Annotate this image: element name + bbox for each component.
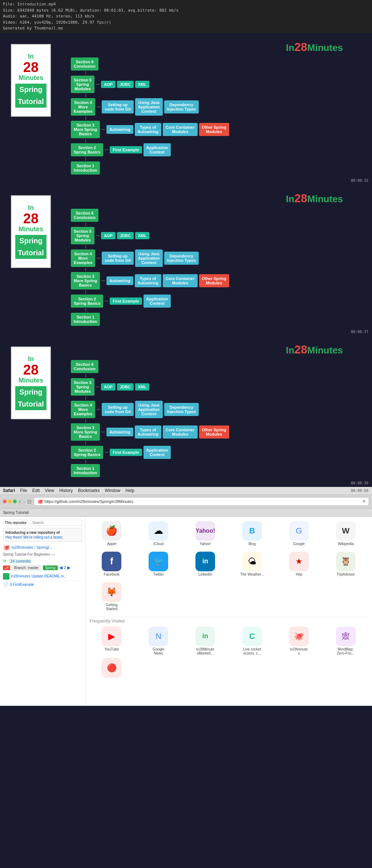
menu-edit[interactable]: Edit — [32, 488, 40, 493]
dep-3: DependencyInjection Types — [164, 403, 199, 416]
icon-icloud[interactable]: ☁ iCloud — [137, 521, 181, 546]
in28github-label: in28minute s — [290, 647, 308, 655]
logo-spring-1: Spring — [15, 84, 46, 96]
icon-apple[interactable]: 🍎 Apple — [90, 521, 134, 546]
icon-twitter[interactable]: 🐦 Twitter — [137, 552, 181, 576]
tutorial-logo-2: In 28 Minutes Spring Tutorial — [11, 195, 51, 268]
menu-help[interactable]: Help — [125, 488, 134, 493]
fv-in28github[interactable]: 🐙 in28minute s — [277, 627, 321, 655]
browser-toolbar: ‹ › ⊡ 🐙 https://github.com/in28minutes/S… — [0, 495, 372, 509]
repo-name[interactable]: in28minutes / SpringI... — [12, 545, 53, 549]
menu-bookmarks[interactable]: Bookmarks — [78, 488, 100, 493]
menu-window[interactable]: Window — [105, 488, 121, 493]
firefox-icon: 🦊 — [102, 582, 121, 602]
java-2: Using JavaApplicationContext — [135, 249, 163, 267]
github-search-input[interactable] — [31, 520, 82, 526]
menu-safari[interactable]: Safari — [3, 488, 15, 493]
icon-tripadvisor[interactable]: 🦉 TripAdvisor — [324, 552, 368, 576]
nav-next[interactable]: ▶ — [67, 565, 70, 570]
apple-label: Apple — [107, 542, 117, 546]
fv-cricket[interactable]: C Live cricket scores, c... — [230, 627, 274, 655]
dot-close[interactable] — [3, 500, 7, 503]
commits-count[interactable]: 24 commits — [8, 559, 33, 564]
twitter-label: Twitter — [153, 572, 164, 576]
mindmap-icon: 🕸 — [336, 627, 356, 646]
fv-youtube[interactable]: ▶ YouTube — [90, 627, 134, 655]
icon-bing[interactable]: B Bing — [230, 521, 274, 546]
nav-tab-list[interactable]: ⊡ — [27, 499, 32, 504]
menu-history[interactable]: History — [59, 488, 73, 493]
repo-desc: Spring Tutorial For Beginners — — [3, 552, 82, 556]
second-icons-grid: f Facebook 🐦 Twitter in LinkedIn 🌤 The W… — [90, 552, 368, 576]
third-icons-row: 🦊 Getting Started — [90, 582, 368, 611]
brand-28-2: 28 — [294, 192, 307, 205]
icon-yelp[interactable]: ★ Yelp — [277, 552, 321, 576]
file-name[interactable]: 0.FirstExample — [10, 583, 34, 587]
auto-2: Autowiring — [106, 276, 133, 285]
spring-badge: Spring — [43, 565, 58, 570]
tag-first-example-1: First Example — [110, 146, 142, 153]
url-text[interactable]: https://github.com/in28minutes/SpringIn2… — [45, 499, 361, 504]
section1-box-1: Section 1Introduction — [71, 161, 100, 175]
fv-mindmap[interactable]: 🕸 MindMap: Zero-Fric... — [324, 627, 368, 655]
flowchart-1: Section 6Conclusion Section 5SpringModul… — [71, 57, 260, 175]
wikipedia-icon: W — [336, 521, 356, 541]
github-repo-header — [3, 520, 82, 526]
nav-back[interactable]: ‹ — [19, 498, 21, 505]
icloud-icon: ☁ — [149, 521, 168, 541]
logo-tutorial-1: Tutorial — [15, 96, 46, 108]
icon-linkedin[interactable]: in LinkedIn — [183, 552, 227, 576]
section2-box-1: Section 2Spring Basics — [71, 143, 103, 156]
icon-weather[interactable]: 🌤 The Weather... — [230, 552, 274, 576]
tag-java-app-1: Using JavaApplicationContext — [135, 98, 163, 116]
commit-text[interactable]: in28minutes Update README.m... — [11, 574, 67, 578]
icon-google[interactable]: G Google — [277, 521, 321, 546]
github-this-repo[interactable] — [3, 520, 28, 526]
in28github-icon: 🐙 — [289, 627, 309, 646]
frequently-visited-header: Frequently Visited — [90, 617, 368, 624]
row-s5-1: Section 5SpringModules AOP JDBC XML — [71, 76, 260, 93]
icon-firefox[interactable]: 🦊 Getting Started — [90, 582, 134, 611]
fv-extra-1[interactable]: 🔴 — [90, 658, 134, 679]
repo-name-row: 🐙 in28minutes / SpringI... — [3, 544, 82, 551]
icon-facebook[interactable]: f Facebook — [90, 552, 134, 576]
s3-2: Section 3More SpringBasics — [71, 272, 100, 289]
s1-2: Section 1Introduction — [71, 313, 100, 326]
dot-maximize[interactable] — [13, 500, 17, 503]
bookmark-spring-tutorial[interactable]: Spring Tutorial — [3, 510, 29, 515]
icon-wikipedia[interactable]: W Wikipedia — [324, 521, 368, 546]
fv-googlenews[interactable]: N Google News — [137, 627, 181, 655]
menu-file[interactable]: File — [20, 488, 27, 493]
nav-prev[interactable]: ◀ — [59, 565, 62, 570]
file-info-line2: Size: 6942840 bytes (6.62 MiB), duration… — [3, 8, 369, 14]
aop-2: AOP — [101, 232, 116, 239]
icon-yahoo[interactable]: Yahoo! Yahoo! — [183, 521, 227, 546]
branch-selector[interactable]: Branch: master — [12, 565, 41, 571]
dot-minimize[interactable] — [8, 500, 12, 503]
tag-jdbc-1: JDBC — [117, 81, 134, 88]
fv-grid: ▶ YouTube N Google News in in28Minute sM… — [90, 627, 368, 655]
linkedin-icon: in — [195, 552, 215, 571]
timestamp-2: 00:00:37 — [351, 330, 368, 334]
new-tab-panel: 🍎 Apple ☁ iCloud Yahoo! Yahoo! B Bing — [85, 517, 372, 706]
reload-icon[interactable]: ✕ — [362, 499, 366, 504]
tag-types-autowiring-1: Types ofAutowiring — [135, 123, 161, 136]
facebook-label: Facebook — [104, 572, 120, 576]
logo-in-1: In — [28, 53, 34, 60]
nav-forward[interactable]: › — [23, 498, 25, 505]
xml-3: XML — [135, 383, 149, 391]
icloud-label: iCloud — [153, 542, 163, 546]
fv-extra-row: 🔴 — [90, 658, 368, 679]
in28marketing-label: in28Minute sMarketi... — [197, 647, 214, 655]
types-3: Types ofAutowiring — [135, 425, 161, 439]
tag-app-context-1: ApplicationContext — [143, 143, 171, 156]
s2-3: Section 2Spring Basics — [71, 446, 103, 459]
firefox-label: Getting Started — [106, 603, 117, 611]
file-icon: 📄 — [3, 582, 8, 587]
fv-in28marketing[interactable]: in in28Minute sMarketi... — [183, 627, 227, 655]
mindmap-label: MindMap: Zero-Fric... — [337, 647, 355, 655]
connector-v-1 — [85, 71, 86, 75]
menu-view[interactable]: View — [45, 488, 54, 493]
tutorial-logo-3: In 28 Minutes Spring Tutorial — [11, 347, 51, 419]
github-alert-link[interactable]: Hey there! We're rolling out a faster, — [5, 535, 80, 539]
